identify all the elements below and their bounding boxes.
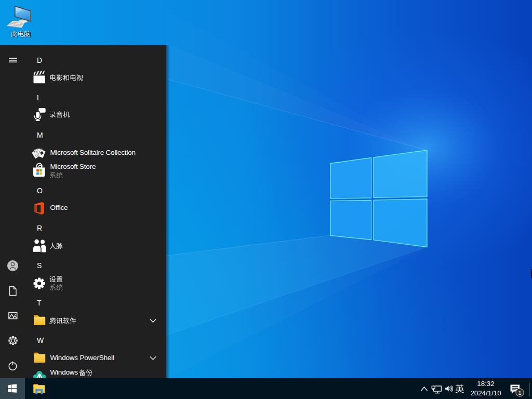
svg-text:1: 1 (518, 390, 521, 396)
